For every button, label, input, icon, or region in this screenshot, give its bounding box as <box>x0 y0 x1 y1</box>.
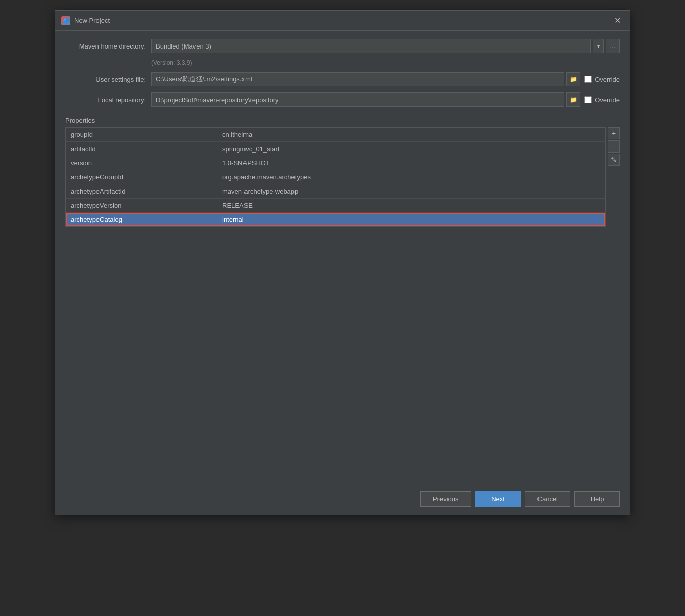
title-bar: 🔷 New Project ✕ <box>55 11 630 31</box>
local-repo-input[interactable] <box>151 92 564 107</box>
property-key: artifactId <box>66 142 217 156</box>
local-repo-label: Local repository: <box>65 96 146 104</box>
properties-actions: + − ✎ <box>608 127 620 227</box>
user-settings-browse-btn[interactable]: 📁 <box>566 72 580 86</box>
property-value: internal <box>217 213 605 226</box>
property-key: archetypeGroupId <box>66 170 217 184</box>
maven-home-browse-btn[interactable]: … <box>606 39 620 53</box>
local-repo-row: Local repository: 📁 Override <box>65 92 620 107</box>
title-bar-left: 🔷 New Project <box>61 16 110 25</box>
local-repo-override-label: Override <box>595 96 620 104</box>
maven-home-row: Maven home directory: ▾ … <box>65 39 620 53</box>
property-key: version <box>66 156 217 170</box>
properties-label: Properties <box>65 117 620 124</box>
maven-home-dropdown-btn[interactable]: ▾ <box>593 39 604 53</box>
user-settings-row: User settings file: 📁 Override <box>65 72 620 86</box>
table-row[interactable]: version1.0-SNAPSHOT <box>66 156 605 170</box>
properties-table-container: groupIdcn.itheimaartifactIdspringmvc_01_… <box>65 127 620 227</box>
property-key: archetypeVersion <box>66 199 217 212</box>
remove-property-btn[interactable]: − <box>608 140 620 153</box>
local-repo-browse-btn[interactable]: 📁 <box>566 92 580 107</box>
local-repo-override-checkbox[interactable] <box>584 96 592 103</box>
property-key: groupId <box>66 128 217 141</box>
local-repo-override-group: Override <box>584 96 620 104</box>
user-settings-override-group: Override <box>584 76 620 83</box>
maven-home-input[interactable] <box>151 39 591 53</box>
user-settings-label: User settings file: <box>65 76 146 83</box>
property-key: archetypeCatalog <box>66 213 217 226</box>
property-value: RELEASE <box>217 199 605 212</box>
new-project-dialog: 🔷 New Project ✕ Maven home directory: ▾ … <box>55 10 630 515</box>
table-row[interactable]: archetypeVersionRELEASE <box>66 199 605 213</box>
add-property-btn[interactable]: + <box>608 127 620 139</box>
local-repo-input-group: 📁 Override <box>151 92 620 107</box>
property-key: archetypeArtifactId <box>66 184 217 198</box>
table-row[interactable]: archetypeArtifactIdmaven-archetype-webap… <box>66 184 605 199</box>
properties-table: groupIdcn.itheimaartifactIdspringmvc_01_… <box>65 127 606 227</box>
help-button[interactable]: Help <box>574 491 620 507</box>
property-value: 1.0-SNAPSHOT <box>217 156 605 170</box>
properties-section: Properties groupIdcn.itheimaartifactIdsp… <box>65 117 620 227</box>
close-button[interactable]: ✕ <box>611 15 624 26</box>
dialog-icon: 🔷 <box>61 16 70 25</box>
cancel-button[interactable]: Cancel <box>525 491 570 507</box>
user-settings-input[interactable] <box>151 72 564 86</box>
table-row[interactable]: groupIdcn.itheima <box>66 128 605 142</box>
previous-button[interactable]: Previous <box>420 491 471 507</box>
user-settings-override-label: Override <box>595 76 620 83</box>
next-button[interactable]: Next <box>475 491 521 507</box>
empty-area <box>65 233 620 475</box>
edit-property-btn[interactable]: ✎ <box>608 154 620 166</box>
property-value: org.apache.maven.archetypes <box>217 170 605 184</box>
property-value: maven-archetype-webapp <box>217 184 605 198</box>
table-row[interactable]: artifactIdspringmvc_01_start <box>66 142 605 156</box>
dialog-footer: Previous Next Cancel Help <box>55 483 630 515</box>
table-row[interactable]: archetypeGroupIdorg.apache.maven.archety… <box>66 170 605 184</box>
property-value: cn.itheima <box>217 128 605 141</box>
property-value: springmvc_01_start <box>217 142 605 156</box>
maven-home-label: Maven home directory: <box>65 42 146 50</box>
table-row[interactable]: archetypeCataloginternal <box>66 213 605 226</box>
maven-home-input-group: ▾ … <box>151 39 620 53</box>
user-settings-input-group: 📁 Override <box>151 72 620 86</box>
dialog-body: Maven home directory: ▾ … (Version: 3.3.… <box>55 31 630 483</box>
version-text: (Version: 3.3.9) <box>151 59 620 66</box>
user-settings-override-checkbox[interactable] <box>584 76 592 83</box>
dialog-title: New Project <box>74 17 110 24</box>
